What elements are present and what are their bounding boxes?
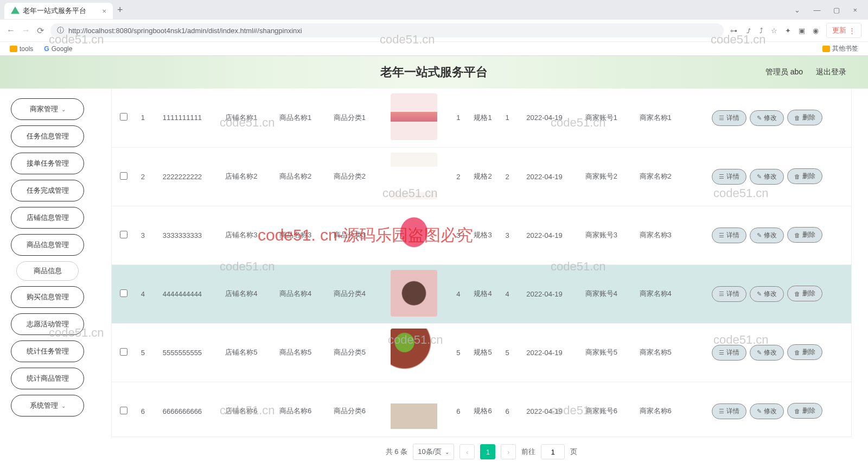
- share-icon[interactable]: ⤴: [760, 27, 763, 35]
- sidebar: 商家管理⌄任务信息管理接单任务管理任务完成管理店铺信息管理商品信息管理商品信息购…: [0, 89, 95, 466]
- sidebar-item-label: 任务信息管理: [27, 131, 69, 141]
- row-checkbox[interactable]: [120, 172, 127, 180]
- total-count: 共 6 条: [386, 447, 407, 457]
- back-button[interactable]: ←: [7, 26, 15, 35]
- panel-icon[interactable]: ▣: [799, 27, 805, 35]
- cell-account: 商家账号1: [575, 89, 629, 147]
- cell-category: 商品分类4: [322, 264, 376, 323]
- row-checkbox[interactable]: [120, 113, 127, 121]
- edit-button[interactable]: ✎修改: [750, 110, 784, 126]
- sidebar-item[interactable]: 商品信息管理: [11, 234, 84, 256]
- cell-code: 4444444444: [150, 264, 214, 323]
- sidebar-item-label: 购买信息管理: [27, 292, 69, 302]
- sidebar-item-label: 任务完成管理: [27, 186, 69, 195]
- sidebar-item[interactable]: 统计任务管理: [11, 340, 84, 362]
- page-title: 老年一站式服务平台: [22, 64, 846, 80]
- new-tab-button[interactable]: +: [117, 4, 123, 16]
- edit-button[interactable]: ✎修改: [750, 345, 784, 361]
- cell-seller: 商家名称5: [628, 323, 682, 382]
- sidebar-item[interactable]: 任务完成管理: [11, 180, 84, 201]
- tab-close-icon[interactable]: ×: [102, 7, 106, 15]
- detail-button[interactable]: ☰详情: [712, 110, 746, 126]
- cell-stock: 2: [451, 147, 465, 206]
- logout-link[interactable]: 退出登录: [816, 67, 846, 77]
- sidebar-item-label: 店铺信息管理: [27, 213, 69, 223]
- sidebar-item-label: 统计任务管理: [27, 346, 69, 356]
- profile-icon[interactable]: ◉: [813, 27, 819, 35]
- sidebar-item[interactable]: 购买信息管理: [11, 286, 84, 308]
- key-icon[interactable]: ⊶: [730, 27, 737, 35]
- cell-name: 商品名称6: [269, 382, 323, 437]
- sidebar-item[interactable]: 志愿活动管理: [11, 313, 84, 335]
- minimize-icon[interactable]: ―: [813, 6, 820, 14]
- star-icon[interactable]: ☆: [771, 27, 777, 35]
- detail-button[interactable]: ☰详情: [712, 169, 746, 185]
- delete-button[interactable]: 🗑删除: [787, 227, 822, 243]
- url-input[interactable]: ⓘ http://localhost:8080/springboot4nsk1/…: [50, 23, 724, 37]
- delete-button[interactable]: 🗑删除: [787, 403, 822, 419]
- sidebar-item[interactable]: 系统管理⌄: [11, 395, 84, 416]
- sidebar-item[interactable]: 任务信息管理: [11, 125, 84, 147]
- cell-date: 2022-04-19: [515, 264, 575, 323]
- next-page-button[interactable]: ›: [501, 444, 516, 459]
- cell-category: 商品分类6: [322, 382, 376, 437]
- sidebar-item[interactable]: 商家管理⌄: [11, 98, 84, 120]
- reload-button[interactable]: ⟳: [37, 26, 44, 36]
- sidebar-item[interactable]: 商品信息: [16, 261, 79, 281]
- row-checkbox[interactable]: [120, 231, 127, 238]
- row-checkbox[interactable]: [120, 407, 127, 414]
- sidebar-item[interactable]: 接单任务管理: [11, 153, 84, 174]
- page-size-select[interactable]: 10条/页 ⌄: [413, 444, 454, 460]
- cell-seller: 商家名称3: [628, 206, 682, 264]
- detail-button[interactable]: ☰详情: [712, 403, 746, 419]
- edit-button[interactable]: ✎修改: [750, 228, 784, 243]
- bookmark-tools[interactable]: tools: [10, 45, 33, 53]
- forward-button[interactable]: →: [22, 26, 30, 35]
- delete-button[interactable]: 🗑删除: [787, 168, 822, 184]
- row-checkbox[interactable]: [120, 348, 127, 356]
- edit-icon: ✎: [757, 173, 762, 180]
- cell-code: 2222222222: [150, 147, 214, 206]
- close-icon[interactable]: ×: [853, 6, 857, 14]
- chevron-down-icon[interactable]: ⌄: [794, 6, 800, 14]
- bookmark-google[interactable]: GGoogle: [44, 45, 72, 53]
- extension-icon[interactable]: ✦: [785, 27, 791, 35]
- row-checkbox[interactable]: [120, 289, 127, 297]
- table-row: 55555555555店铺名称5商品名称5商品分类55规格552022-04-1…: [112, 323, 851, 382]
- delete-icon: 🗑: [794, 349, 800, 356]
- edit-button[interactable]: ✎修改: [750, 286, 784, 302]
- delete-button[interactable]: 🗑删除: [787, 110, 822, 125]
- page-number[interactable]: 1: [480, 444, 495, 459]
- admin-label[interactable]: 管理员 abo: [765, 67, 803, 77]
- sidebar-item[interactable]: 统计商品管理: [11, 368, 84, 389]
- translate-icon[interactable]: ⭜: [745, 27, 752, 35]
- prev-page-button[interactable]: ‹: [459, 444, 475, 459]
- cell-spec: 规格5: [465, 323, 500, 382]
- delete-button[interactable]: 🗑删除: [787, 344, 822, 360]
- cell-name: 商品名称3: [269, 206, 323, 264]
- sidebar-item[interactable]: 店铺信息管理: [11, 207, 84, 229]
- cell-stock: 3: [451, 206, 465, 264]
- cell-account: 商家账号6: [575, 382, 629, 437]
- edit-button[interactable]: ✎修改: [750, 403, 784, 419]
- chevron-down-icon: ⌄: [445, 449, 449, 455]
- bookmark-other[interactable]: 其他书签: [822, 44, 858, 53]
- goto-page-input[interactable]: [541, 444, 565, 459]
- delete-button[interactable]: 🗑删除: [787, 286, 822, 301]
- bookmarks-bar: tools GGoogle 其他书签: [0, 41, 868, 55]
- maximize-icon[interactable]: ▢: [833, 6, 840, 14]
- detail-button[interactable]: ☰详情: [712, 345, 746, 361]
- cell-name: 商品名称2: [269, 147, 323, 206]
- cell-store: 店铺名称4: [214, 264, 269, 323]
- sidebar-item-label: 商品信息管理: [27, 240, 69, 250]
- detail-button[interactable]: ☰详情: [712, 286, 746, 302]
- sidebar-item-label: 统计商品管理: [27, 374, 69, 383]
- detail-button[interactable]: ☰详情: [712, 228, 746, 243]
- browser-tab[interactable]: 老年一站式服务平台 ×: [4, 3, 113, 19]
- cell-code: 1111111111: [150, 89, 214, 147]
- cell-date: 2022-04-19: [515, 89, 575, 147]
- edit-button[interactable]: ✎修改: [750, 169, 784, 185]
- cell-spec: 规格6: [465, 382, 500, 437]
- cell-spec: 规格2: [465, 147, 500, 206]
- update-button[interactable]: 更新 ⋮: [826, 23, 861, 38]
